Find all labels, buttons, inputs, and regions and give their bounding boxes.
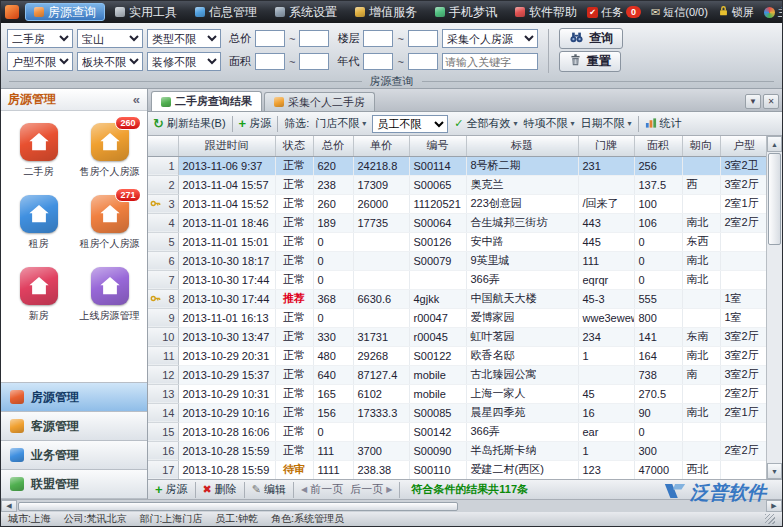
keyword-input[interactable] (442, 53, 538, 70)
sidebar-section[interactable]: 客源管理 (1, 412, 147, 441)
footer-edit-button[interactable]: ✎ 编辑 (252, 482, 286, 497)
sidebar-section[interactable]: 房源管理 (1, 383, 147, 412)
sidebar-shortcut[interactable]: 上线房源管理 (74, 267, 145, 323)
table-row[interactable]: 152013-10-28 16:06正常0S00142366弄ear0 (148, 422, 766, 441)
menu-item[interactable]: 实用工具 (107, 3, 185, 21)
table-row[interactable]: 32013-11-04 15:52正常2602600011120521223创意… (148, 194, 766, 213)
next-page-button[interactable]: 后一页 ▶ (350, 482, 392, 497)
table-row[interactable]: 112013-10-29 20:31正常48029268S00122欧香名邸11… (148, 346, 766, 365)
collect-source-select[interactable]: 采集个人房源 (442, 29, 538, 48)
date-filter-dropdown[interactable]: 日期不限 ▾ (581, 116, 632, 131)
table-row[interactable]: 172013-10-28 15:59待审1111238.38S00110爱建二村… (148, 460, 766, 479)
sidebar-section[interactable]: 业务管理 (1, 441, 147, 470)
horizontal-scrollbar[interactable]: ◀ ▶ (1, 499, 782, 512)
table-row[interactable]: 142013-10-29 10:16正常15617333.3S00085晨星四季… (148, 403, 766, 422)
footer-delete-button[interactable]: ✖ 删除 (203, 482, 237, 497)
menu-item[interactable]: 信息管理 (187, 3, 265, 21)
block-select[interactable]: 板块不限 (77, 52, 143, 71)
listing-type-select[interactable]: 二手房 (7, 29, 73, 48)
table-row[interactable]: 122013-10-29 15:37正常64087127.4mobile古北臻园… (148, 365, 766, 384)
tab-close-button[interactable]: ✕ (763, 94, 779, 109)
tab[interactable]: 采集个人二手房 (264, 92, 375, 111)
search-button[interactable]: 查询 (559, 28, 623, 49)
table-row[interactable]: 82013-10-30 17:44推荐3686630.64gjkk中国航天大楼4… (148, 289, 766, 308)
valid-filter-dropdown[interactable]: ✓ 全部有效 ▾ (454, 116, 517, 131)
district-select[interactable]: 宝山 (77, 29, 143, 48)
area-min-input[interactable] (255, 53, 285, 70)
floor-min-input[interactable] (363, 30, 393, 47)
menu-item[interactable]: 软件帮助 (507, 3, 585, 21)
stats-button[interactable]: 统计 (645, 116, 682, 131)
row-number: 15 (162, 426, 174, 438)
table-row[interactable]: 102013-10-30 13:47正常33031731r00045虹叶茗园23… (148, 327, 766, 346)
theme-button[interactable]: 主题 ▾ (764, 5, 783, 20)
table-row[interactable]: 42013-11-01 18:46正常18917735S00064合生城邦三街坊… (148, 213, 766, 232)
column-header[interactable]: 面积 (634, 136, 682, 156)
scroll-down-arrow[interactable]: ▼ (767, 463, 782, 479)
cell: 2013-10-29 10:31 (178, 384, 275, 403)
scroll-left-arrow[interactable]: ◀ (1, 500, 17, 512)
column-header[interactable]: 状态 (275, 136, 313, 156)
refresh-results-button[interactable]: ↻ 刷新结果(B) (153, 116, 226, 131)
lock-screen-button[interactable]: 锁屏 (718, 5, 754, 20)
table-row[interactable]: 52013-11-01 15:01正常0S00126安中路4450东西 (148, 232, 766, 251)
footer-add-button[interactable]: + 房源 (155, 482, 188, 497)
column-header[interactable]: 朝向 (682, 136, 720, 156)
tab-list-button[interactable]: ▼ (745, 94, 761, 109)
table-row[interactable]: 92013-11-01 16:13正常0r00047爱博家园wwe3ewew80… (148, 308, 766, 327)
store-filter-dropdown[interactable]: 门店不限 ▾ (315, 116, 366, 131)
sidebar-shortcut[interactable]: 租房 (3, 195, 74, 251)
layout-select[interactable]: 户型不限 (7, 52, 73, 71)
sidebar-section[interactable]: 联盟管理 (1, 470, 147, 499)
vertical-scrollbar[interactable]: ▲ ▼ (766, 136, 782, 479)
reset-button[interactable]: 重置 (559, 51, 621, 72)
table-row[interactable]: 12013-11-06 9:37正常62024218.8S001148号桥二期2… (148, 156, 766, 175)
sidebar-collapse-button[interactable]: « (133, 92, 140, 107)
special-filter-dropdown[interactable]: 特项不限 ▾ (523, 116, 574, 131)
scroll-right-arrow[interactable]: ▶ (766, 500, 782, 512)
prev-page-button[interactable]: ◀ 前一页 (301, 482, 343, 497)
sidebar-shortcut[interactable]: 新房 (3, 267, 74, 323)
table-row[interactable]: 22013-11-04 15:57正常23817309S00065奥克兰137.… (148, 175, 766, 194)
menu-item[interactable]: 增值服务 (347, 3, 425, 21)
column-header[interactable]: 门牌 (578, 136, 634, 156)
staff-filter-select[interactable]: 员工不限 (372, 115, 448, 133)
column-header[interactable]: 单价 (353, 136, 409, 156)
sms-button[interactable]: ✉ 短信(0/0) (651, 5, 708, 20)
caption-line (422, 81, 775, 82)
tab[interactable]: 二手房查询结果 (151, 91, 262, 111)
column-header[interactable]: 户型 (720, 136, 766, 156)
cell: 2013-10-28 15:59 (178, 460, 275, 479)
column-header[interactable]: 标题 (466, 136, 578, 156)
scroll-up-arrow[interactable]: ▲ (767, 136, 782, 152)
price-min-input[interactable] (255, 30, 285, 47)
column-header[interactable]: 编号 (409, 136, 466, 156)
year-max-input[interactable] (408, 53, 438, 70)
table-row[interactable]: 162013-10-28 15:59正常1113700S00090半岛托斯卡纳1… (148, 441, 766, 460)
table-row[interactable]: 62013-10-30 18:17正常0S000799英里城1110南北 (148, 251, 766, 270)
sidebar-shortcut[interactable]: 271租房个人房源 (74, 195, 145, 251)
scrollbar-thumb[interactable] (768, 153, 781, 245)
table-row[interactable]: 72013-10-30 17:44正常0366弄eqrqr0南北 (148, 270, 766, 289)
floor-max-input[interactable] (408, 30, 438, 47)
property-type-select[interactable]: 类型不限 (147, 29, 221, 48)
add-listing-button[interactable]: + 房源 (239, 116, 272, 131)
cell (353, 422, 409, 441)
menu-item[interactable]: 手机梦讯 (427, 3, 505, 21)
table-row[interactable]: 132013-10-29 10:31正常1656102mobile上海一家人45… (148, 384, 766, 403)
sidebar-shortcut[interactable]: 260售房个人房源 (74, 123, 145, 179)
sidebar-shortcut[interactable]: 二手房 (3, 123, 74, 179)
scrollbar-thumb[interactable] (18, 502, 458, 511)
area-max-input[interactable] (299, 53, 329, 70)
info-icon (195, 7, 205, 17)
column-header[interactable]: 跟进时间 (178, 136, 275, 156)
menu-item-label: 信息管理 (209, 4, 257, 21)
menu-item[interactable]: 房源查询 (25, 3, 105, 21)
tasks-button[interactable]: ✔ 任务 0 (587, 5, 641, 20)
menu-item[interactable]: 系统设置 (267, 3, 345, 21)
decoration-select[interactable]: 装修不限 (147, 52, 221, 71)
price-max-input[interactable] (299, 30, 329, 47)
column-header[interactable]: 总价 (313, 136, 353, 156)
cell: 正常 (275, 308, 313, 327)
year-min-input[interactable] (363, 53, 393, 70)
